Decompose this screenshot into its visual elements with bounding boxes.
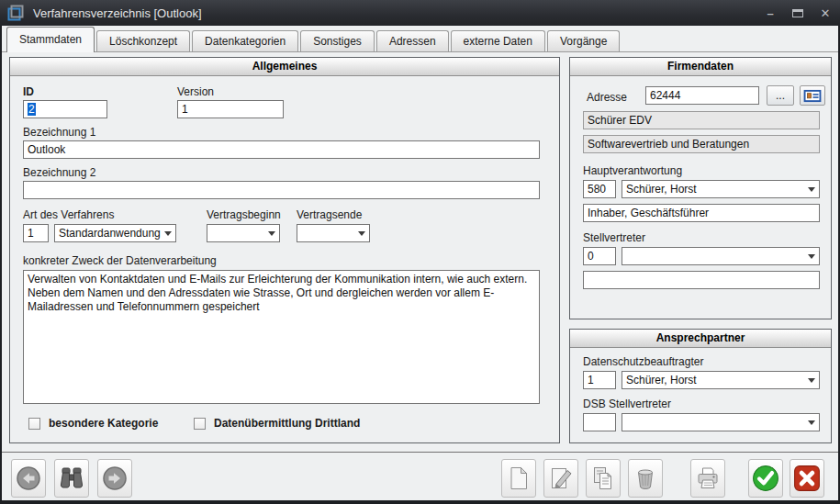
id-selected-text: 2 [28,103,36,116]
hauptverantwortung-code-field[interactable] [583,180,616,198]
window-controls: – ✕ [763,0,833,26]
new-record-button[interactable] [501,459,536,498]
tab-externe-daten[interactable]: externe Daten [451,30,545,51]
window-title: Verfahrensverzeichnis [Outlook] [33,6,202,20]
title-bar: Verfahrensverzeichnis [Outlook] – ✕ [0,0,840,26]
stellvertreter-combobox[interactable] [622,247,820,265]
adresse-browse-button[interactable]: ... [767,85,794,106]
besondere-kategorie-checkbox[interactable] [28,418,40,430]
app-window: Verfahrensverzeichnis [Outlook] – ✕ Stam… [0,0,840,504]
app-icon [7,5,24,21]
id-label: ID [23,85,34,98]
dsb-combobox[interactable]: Schürer, Horst [622,371,820,389]
art-combobox[interactable]: Standardanwendung [54,224,176,242]
panel-allgemeines-title: Allgemeines [10,58,559,76]
version-label: Version [177,85,214,98]
stellvertreter-code-field[interactable] [583,247,616,265]
adresse-field[interactable] [645,86,759,105]
printer-icon [695,465,721,491]
tab-vorgaenge[interactable]: Vorgänge [547,30,620,51]
chevron-down-icon [268,231,275,236]
copy-pages-icon [590,465,616,491]
panel-firmendaten: Firmendaten Adresse ... Schürer EDV Soft… [569,57,832,319]
bezeichnung2-label: Bezeichnung 2 [23,166,95,179]
stellvertreter-funktion-field[interactable] [583,271,820,289]
panel-ansprechpartner: Ansprechpartner Datenschutzbeauftragter … [569,329,832,443]
stellvertreter-label: Stellvertreter [583,231,645,244]
circle-right-arrow-icon [102,465,128,491]
firma-name-field: Schürer EDV [583,111,820,129]
zweck-textarea[interactable]: Verwalten von Kontaktdaten und E-Mails z… [23,270,540,404]
funktion-field[interactable] [583,204,820,222]
hauptverantwortung-value: Schürer, Horst [626,182,697,196]
contact-card-icon [803,89,822,103]
hauptverantwortung-label: Hauptverantwortung [583,164,682,177]
dsb-stellvertreter-label: DSB Stellvertreter [583,398,671,410]
panel-ansprechpartner-title: Ansprechpartner [570,330,831,348]
hauptverantwortung-combobox[interactable]: Schürer, Horst [622,180,820,198]
next-record-button[interactable] [97,459,132,498]
minimize-icon[interactable]: – [763,6,778,20]
cancel-button[interactable] [790,459,824,498]
datenschutzbeauftragter-label: Datenschutzbeauftragter [583,355,703,368]
app-body: Stammdaten Löschkonzept Datenkategorien … [2,26,838,500]
vertragsbeginn-combobox[interactable] [207,224,280,242]
delete-record-button[interactable] [628,459,663,498]
edit-record-button[interactable] [543,459,578,498]
version-field[interactable] [177,100,284,118]
search-button[interactable] [54,459,89,498]
maximize-icon[interactable] [792,9,803,17]
zweck-label: konkreter Zweck der Datenverarbeitung [23,254,217,267]
cancel-x-icon [793,465,821,492]
chevron-down-icon [808,187,815,192]
chevron-down-icon [808,378,815,383]
bezeichnung2-field[interactable] [23,181,540,199]
panel-allgemeines: Allgemeines ID 2 Version Bezeichnung 1 B… [9,57,560,443]
dsb-stellvertreter-code-field[interactable] [583,413,616,431]
tab-strip: Stammdaten Löschkonzept Datenkategorien … [2,26,838,52]
art-des-verfahrens-label: Art des Verfahrens [23,208,114,221]
id-field[interactable]: 2 [23,100,107,118]
adresse-label: Adresse [587,91,627,104]
dsb-code-field[interactable] [583,371,616,389]
panel-firmendaten-title: Firmendaten [570,58,831,76]
bezeichnung1-field[interactable] [23,140,540,159]
bezeichnung1-label: Bezeichnung 1 [23,126,95,139]
art-code-field[interactable] [23,224,49,242]
tab-sonstiges[interactable]: Sonstiges [300,30,375,51]
previous-record-button[interactable] [11,459,46,498]
adresse-card-button[interactable] [800,85,825,106]
edit-pencil-icon [548,465,574,491]
new-document-icon [506,465,532,491]
ok-button[interactable] [748,459,783,498]
chevron-down-icon [808,254,815,259]
besondere-kategorie-label: besondere Kategorie [49,417,158,430]
vertragsende-label: Vertragsende [297,208,362,221]
copy-record-button[interactable] [586,459,621,498]
firma-beschreibung-field: Softwarevertrieb und Beratungen [583,135,820,153]
chevron-down-icon [808,420,815,425]
tab-loeschkonzept[interactable]: Löschkonzept [96,30,190,51]
binoculars-icon [59,465,84,491]
vertragsende-combobox[interactable] [297,224,370,242]
vertragsbeginn-label: Vertragsbeginn [207,208,281,221]
tab-stammdaten[interactable]: Stammdaten [6,27,95,52]
drittland-label: Datenübermittlung Drittland [214,417,360,430]
tab-datenkategorien[interactable]: Datenkategorien [192,30,298,51]
bottom-toolbar [2,452,838,500]
art-combobox-value: Standardanwendung [59,226,161,241]
circle-left-arrow-icon [16,465,41,491]
trash-icon [633,465,658,491]
ok-check-icon [752,465,779,492]
dsb-stellvertreter-combobox[interactable] [622,413,820,431]
close-icon[interactable]: ✕ [818,6,833,20]
print-button[interactable] [690,459,725,498]
chevron-down-icon [358,231,365,236]
drittland-checkbox[interactable] [194,418,206,430]
tab-adressen[interactable]: Adressen [376,30,449,51]
chevron-down-icon [164,231,172,236]
dsb-value: Schürer, Horst [626,373,697,387]
